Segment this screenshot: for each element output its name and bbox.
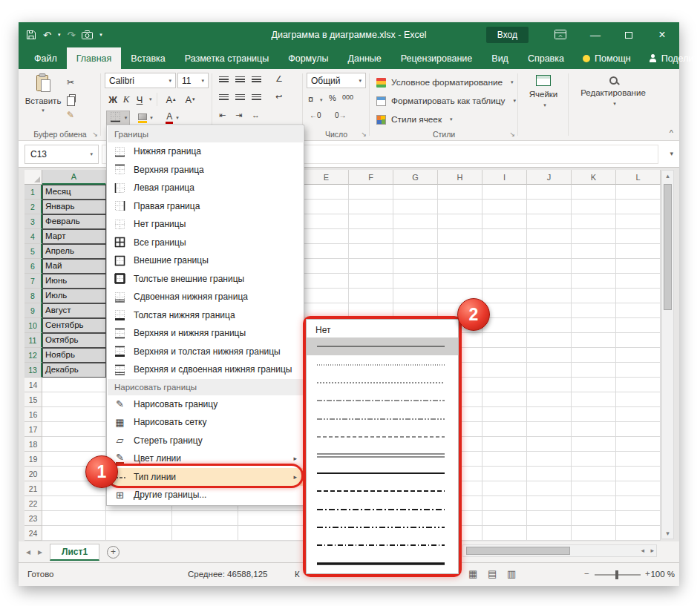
row-header[interactable]: 18 xyxy=(24,437,42,452)
cell-L24[interactable] xyxy=(616,526,661,541)
cell-A13[interactable]: Декабрь xyxy=(42,363,106,378)
menu-item[interactable]: Внешние границы xyxy=(108,251,303,270)
horizontal-scrollbar[interactable]: ◂ ▸ xyxy=(462,544,657,557)
cell-I22[interactable] xyxy=(483,496,527,511)
cell-G4[interactable] xyxy=(393,229,438,244)
align-right-icon[interactable] xyxy=(252,94,261,102)
cell-K24[interactable] xyxy=(572,526,616,541)
number-format-select[interactable]: Общий▾ xyxy=(307,73,366,88)
zoom-slider-thumb[interactable] xyxy=(615,570,618,579)
cell-L11[interactable] xyxy=(616,333,661,348)
cell-A18[interactable] xyxy=(42,437,106,452)
cell-J13[interactable] xyxy=(527,363,572,378)
cell-F1[interactable] xyxy=(349,185,393,200)
underline-button[interactable]: Ч xyxy=(133,92,146,107)
cell-J18[interactable] xyxy=(527,437,572,452)
row-header[interactable]: 7 xyxy=(24,274,42,289)
cell-L5[interactable] xyxy=(616,244,661,259)
scroll-down-icon[interactable]: ▾ xyxy=(662,530,673,537)
cell-A8[interactable]: Июль xyxy=(42,289,106,303)
percent-style-button[interactable]: % xyxy=(329,93,336,102)
ribbon-tab[interactable]: Данные xyxy=(338,47,391,69)
cell-B24[interactable] xyxy=(106,526,172,541)
tell-me-tab[interactable]: Помощн xyxy=(574,47,640,69)
menu-item[interactable]: ⊞Другие границы... xyxy=(108,486,303,504)
cell-I17[interactable] xyxy=(483,422,527,437)
cell-A11[interactable]: Октябрь xyxy=(42,333,106,348)
cell-A4[interactable]: Март xyxy=(42,229,106,244)
cell-E7[interactable] xyxy=(304,274,349,289)
row-header[interactable]: 13 xyxy=(24,363,42,378)
cell-A22[interactable] xyxy=(42,496,106,511)
row-header[interactable]: 9 xyxy=(24,303,42,318)
cell-J21[interactable] xyxy=(527,481,572,496)
row-header[interactable]: 22 xyxy=(24,496,42,511)
increase-decimal-button[interactable]: ←0 xyxy=(310,111,321,119)
cell-I2[interactable] xyxy=(483,200,527,214)
line-style-option-dashed[interactable] xyxy=(307,428,458,446)
cell-F4[interactable] xyxy=(349,229,393,244)
cell-I10[interactable] xyxy=(483,318,527,333)
editing-button[interactable]: Редактирование ▾ xyxy=(569,75,657,107)
cell-I15[interactable] xyxy=(483,392,527,407)
ribbon-tab[interactable]: Разметка страницы xyxy=(175,47,278,69)
menu-item[interactable]: Верхняя и нижняя границы xyxy=(108,324,303,343)
row-header[interactable]: 23 xyxy=(24,511,42,526)
line-style-option-slant-dash-dot[interactable] xyxy=(307,536,458,554)
close-button[interactable]: × xyxy=(651,22,673,47)
line-style-option-medium-dashed[interactable] xyxy=(307,482,458,500)
cell-F5[interactable] xyxy=(349,244,393,259)
cell-I5[interactable] xyxy=(483,244,527,259)
cell-F6[interactable] xyxy=(349,259,393,274)
ribbon-tab[interactable]: Рецензирование xyxy=(391,47,483,69)
cell-H5[interactable] xyxy=(438,244,483,259)
column-header[interactable]: L xyxy=(616,170,661,185)
row-header[interactable]: 8 xyxy=(24,289,42,303)
cell-L8[interactable] xyxy=(616,289,661,303)
line-style-option-dash-dot[interactable] xyxy=(307,392,458,409)
cell-G6[interactable] xyxy=(393,259,438,274)
cell-H7[interactable] xyxy=(438,274,483,289)
cell-L9[interactable] xyxy=(616,303,661,318)
cell-K22[interactable] xyxy=(572,496,616,511)
menu-item[interactable]: Верхняя и сдвоенная нижняя границы xyxy=(108,360,303,379)
row-header[interactable]: 10 xyxy=(24,318,42,333)
menu-item[interactable]: Правая граница xyxy=(108,197,303,216)
cell-L21[interactable] xyxy=(616,481,661,496)
cell-L12[interactable] xyxy=(616,348,661,363)
increase-font-button[interactable]: А▴ xyxy=(163,92,179,107)
cell-J4[interactable] xyxy=(527,229,572,244)
row-header[interactable]: 11 xyxy=(24,333,42,348)
cell-K6[interactable] xyxy=(572,259,616,274)
row-header[interactable]: 1 xyxy=(24,185,42,200)
column-header[interactable]: I xyxy=(483,170,527,185)
cell-K15[interactable] xyxy=(572,392,616,407)
cell-A9[interactable]: Август xyxy=(42,303,106,318)
cell-A12[interactable]: Ноябрь xyxy=(42,348,106,363)
menu-item[interactable]: Нет границы xyxy=(108,215,303,234)
cell-I8[interactable] xyxy=(483,289,527,303)
cell-A15[interactable] xyxy=(42,392,106,407)
cell-I7[interactable] xyxy=(483,274,527,289)
cell-L17[interactable] xyxy=(616,422,661,437)
cell-A17[interactable] xyxy=(42,422,106,437)
accounting-dropdown-icon[interactable]: ▾ xyxy=(320,97,323,103)
cell-G2[interactable] xyxy=(393,200,438,214)
normal-view-button[interactable]: ▦ xyxy=(468,568,477,579)
sheet-nav-right-icon[interactable]: ▸ xyxy=(38,547,42,557)
cell-L10[interactable] xyxy=(616,318,661,333)
borders-button[interactable]: ▾ xyxy=(106,111,130,125)
cell-I6[interactable] xyxy=(483,259,527,274)
row-header[interactable]: 24 xyxy=(24,526,42,541)
cell-J11[interactable] xyxy=(527,333,572,348)
cell-C23[interactable] xyxy=(172,511,238,526)
italic-button[interactable]: К xyxy=(120,92,133,107)
cell-A7[interactable]: Июнь xyxy=(42,274,106,289)
line-style-option-medium-solid[interactable] xyxy=(307,464,458,482)
cell-J1[interactable] xyxy=(527,185,572,200)
row-header[interactable]: 12 xyxy=(24,348,42,363)
cell-D24[interactable] xyxy=(238,526,304,541)
menu-item[interactable]: Левая граница xyxy=(108,179,303,197)
cell-K5[interactable] xyxy=(572,244,616,259)
undo-dropdown-icon[interactable]: ▾ xyxy=(58,32,61,38)
